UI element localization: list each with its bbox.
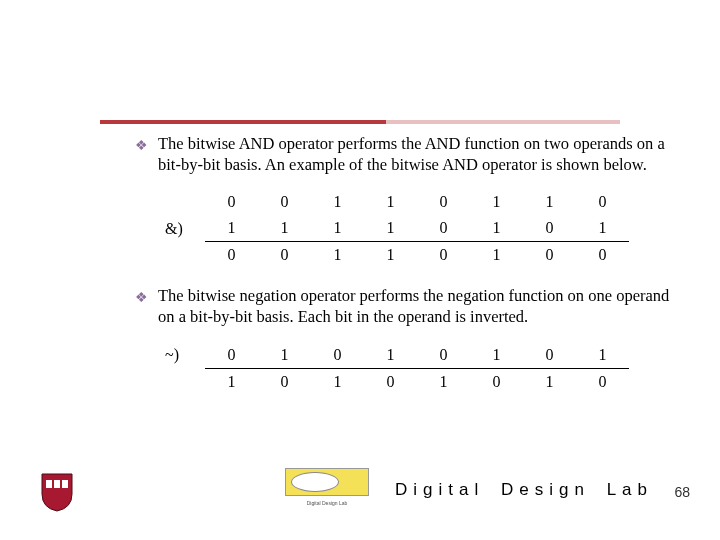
- bit-cell: 0: [523, 342, 576, 369]
- table-row: 1 0 1 0 1 0 1 0: [165, 369, 680, 395]
- bit-cell: 1: [417, 369, 470, 395]
- bit-cell: 1: [311, 242, 364, 268]
- bit-cell: 0: [205, 342, 258, 369]
- bit-cell: 1: [258, 215, 311, 242]
- shield-icon: [40, 472, 74, 512]
- page-number: 68: [674, 484, 690, 500]
- bit-cell: 1: [311, 189, 364, 215]
- bit-cell: 0: [258, 189, 311, 215]
- bullet-item: ❖ The bitwise AND operator performs the …: [135, 134, 680, 175]
- bit-cell: 1: [523, 369, 576, 395]
- bit-cell: 0: [470, 369, 523, 395]
- diamond-bullet-icon: ❖: [135, 289, 148, 327]
- bit-cell: 1: [364, 215, 417, 242]
- bit-cell: 1: [470, 242, 523, 268]
- bit-cell: 0: [576, 369, 629, 395]
- bit-cell: 1: [470, 215, 523, 242]
- svg-rect-2: [62, 480, 68, 488]
- bullet-item: ❖ The bitwise negation operator performs…: [135, 286, 680, 327]
- bit-cell: 0: [576, 242, 629, 268]
- slide-footer: Digital Design Lab Digital Design Lab 68: [0, 462, 720, 512]
- bit-cell: 0: [258, 242, 311, 268]
- operator-label: ~): [165, 346, 205, 364]
- bit-cell: 0: [417, 342, 470, 369]
- bit-cell: 1: [205, 215, 258, 242]
- bit-cell: 1: [311, 215, 364, 242]
- logo-subtext: Digital Design Lab: [285, 500, 369, 506]
- bit-cell: 1: [470, 342, 523, 369]
- slide-content: ❖ The bitwise AND operator performs the …: [135, 134, 680, 413]
- bullet-text: The bitwise negation operator performs t…: [158, 286, 680, 327]
- bit-cell: 0: [205, 189, 258, 215]
- svg-rect-1: [54, 480, 60, 488]
- bit-cell: 1: [311, 369, 364, 395]
- operator-label: &): [165, 220, 205, 238]
- bit-cell: 0: [576, 189, 629, 215]
- bit-cell: 1: [576, 215, 629, 242]
- bit-cell: 1: [523, 189, 576, 215]
- bit-cell: 1: [205, 369, 258, 395]
- bit-cell: 0: [364, 369, 417, 395]
- bit-cell: 0: [205, 242, 258, 268]
- table-row: &) 1 1 1 1 0 1 0 1: [165, 215, 680, 242]
- table-row: ~) 0 1 0 1 0 1 0 1: [165, 342, 680, 369]
- footer-title: Digital Design Lab: [395, 480, 653, 500]
- bit-cell: 0: [258, 369, 311, 395]
- bit-cell: 1: [470, 189, 523, 215]
- bit-cell: 0: [417, 189, 470, 215]
- svg-rect-0: [46, 480, 52, 488]
- bit-cell: 1: [576, 342, 629, 369]
- bit-cell: 0: [523, 242, 576, 268]
- bullet-text: The bitwise AND operator performs the AN…: [158, 134, 680, 175]
- bit-cell: 1: [364, 242, 417, 268]
- table-row: 0 0 1 1 0 1 1 0: [165, 189, 680, 215]
- header-rule: [100, 120, 620, 124]
- table-row: 0 0 1 1 0 1 0 0: [165, 242, 680, 268]
- not-table: ~) 0 1 0 1 0 1 0 1 1 0 1 0 1 0 1 0: [165, 342, 680, 395]
- bit-cell: 0: [417, 215, 470, 242]
- bit-cell: 1: [364, 342, 417, 369]
- bit-cell: 0: [417, 242, 470, 268]
- bit-cell: 0: [311, 342, 364, 369]
- diamond-bullet-icon: ❖: [135, 137, 148, 175]
- bit-cell: 1: [364, 189, 417, 215]
- bit-cell: 1: [258, 342, 311, 369]
- and-table: 0 0 1 1 0 1 1 0 &) 1 1 1 1 0 1 0 1: [165, 189, 680, 268]
- bit-cell: 0: [523, 215, 576, 242]
- lab-logo-icon: Digital Design Lab: [285, 468, 369, 504]
